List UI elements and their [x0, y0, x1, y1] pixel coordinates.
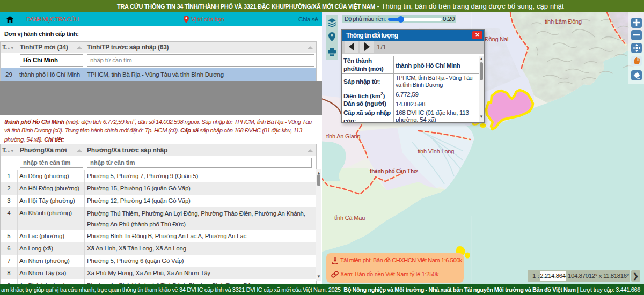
svg-text:thành phố Cần Thơ: thành phố Cần Thơ [370, 168, 418, 174]
svg-text:tỉnh An Giang: tỉnh An Giang [326, 133, 361, 139]
svg-text:tỉnh Vĩnh Long: tỉnh Vĩnh Long [418, 148, 454, 154]
svg-text:tỉnh Lâm Đồng: tỉnh Lâm Đồng [545, 18, 582, 25]
svg-text:tỉnh Cà Mau: tỉnh Cà Mau [334, 215, 365, 221]
svg-text:Đồng Nai: Đồng Nai [485, 36, 508, 42]
